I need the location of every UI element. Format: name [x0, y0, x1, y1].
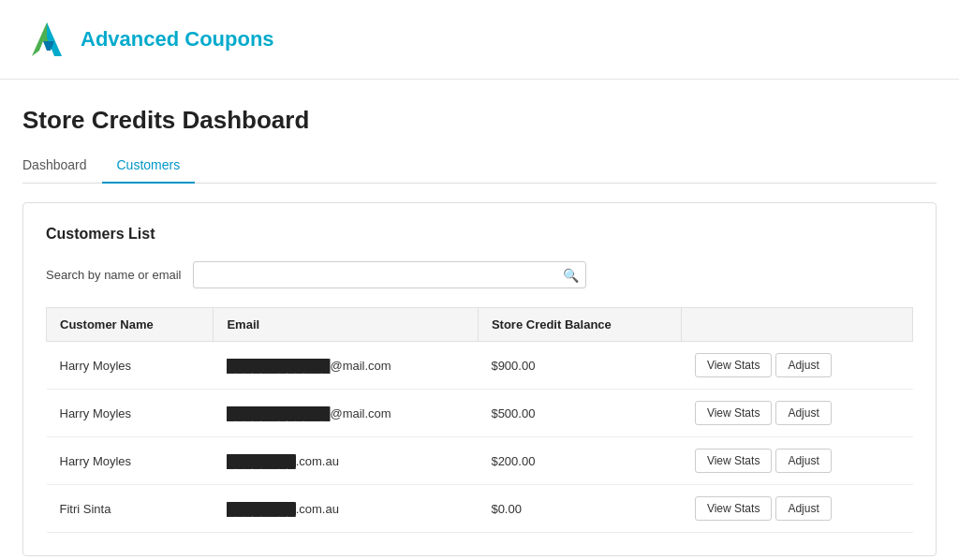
cell-customer-name: Fitri Sinta: [47, 485, 214, 533]
email-redacted: ████████████: [227, 359, 331, 373]
cell-balance: $900.00: [478, 342, 682, 390]
col-customer-name: Customer Name: [47, 308, 214, 342]
table-row: Harry Moyles████████████@mail.com$900.00…: [47, 342, 913, 390]
search-wrapper: 🔍: [193, 261, 586, 288]
cell-customer-name: Harry Moyles: [47, 437, 214, 485]
table-header-row: Customer Name Email Store Credit Balance: [47, 308, 913, 342]
cell-actions: View StatsAdjust: [682, 342, 913, 390]
cell-customer-name: Harry Moyles: [47, 342, 214, 390]
search-input[interactable]: [193, 261, 586, 288]
view-stats-button[interactable]: View Stats: [695, 353, 772, 377]
search-label: Search by name or email: [46, 268, 182, 282]
customers-card: Customers List Search by name or email 🔍…: [22, 202, 937, 556]
tab-customers[interactable]: Customers: [102, 150, 196, 184]
cell-email: ████████.com.au: [214, 437, 478, 485]
email-suffix: @mail.com: [330, 406, 391, 420]
tab-dashboard[interactable]: Dashboard: [22, 150, 102, 184]
search-row: Search by name or email 🔍: [46, 261, 913, 288]
header: Advanced Coupons: [0, 0, 959, 80]
email-redacted: ████████: [227, 502, 296, 516]
email-redacted: ████████████: [227, 406, 331, 420]
adjust-button[interactable]: Adjust: [775, 496, 831, 521]
col-balance: Store Credit Balance: [478, 308, 682, 342]
cell-balance: $0.00: [478, 485, 682, 533]
svg-marker-1: [47, 22, 62, 56]
view-stats-button[interactable]: View Stats: [695, 449, 772, 473]
adjust-button[interactable]: Adjust: [775, 353, 831, 377]
cell-actions: View StatsAdjust: [682, 390, 913, 437]
email-suffix: .com.au: [296, 454, 339, 468]
page-title: Store Credits Dashboard: [22, 106, 937, 135]
cell-actions: View StatsAdjust: [682, 437, 913, 485]
logo: Advanced Coupons: [22, 15, 274, 64]
card-title: Customers List: [46, 226, 913, 243]
col-email: Email: [214, 308, 478, 342]
cell-actions: View StatsAdjust: [682, 485, 913, 533]
view-stats-button[interactable]: View Stats: [695, 496, 772, 521]
page-content: Store Credits Dashboard Dashboard Custom…: [0, 80, 959, 556]
adjust-button[interactable]: Adjust: [775, 449, 831, 473]
view-stats-button[interactable]: View Stats: [695, 401, 772, 425]
email-suffix: .com.au: [296, 502, 339, 516]
cell-email: ████████.com.au: [214, 485, 478, 533]
cell-balance: $500.00: [478, 390, 682, 437]
table-row: Harry Moyles████████.com.au$200.00View S…: [47, 437, 913, 485]
cell-customer-name: Harry Moyles: [47, 390, 214, 437]
cell-email: ████████████@mail.com: [214, 342, 478, 390]
logo-icon: [22, 15, 71, 64]
brand-name: Advanced Coupons: [81, 27, 274, 52]
cell-balance: $200.00: [478, 437, 682, 485]
table-row: Harry Moyles████████████@mail.com$500.00…: [47, 390, 913, 437]
cell-email: ████████████@mail.com: [214, 390, 478, 437]
col-actions: [682, 308, 913, 342]
adjust-button[interactable]: Adjust: [775, 401, 831, 425]
tabs: Dashboard Customers: [22, 150, 937, 184]
table-row: Fitri Sinta████████.com.au$0.00View Stat…: [47, 485, 913, 533]
email-redacted: ████████: [227, 454, 296, 468]
email-suffix: @mail.com: [330, 359, 391, 373]
customers-table: Customer Name Email Store Credit Balance…: [46, 307, 913, 533]
